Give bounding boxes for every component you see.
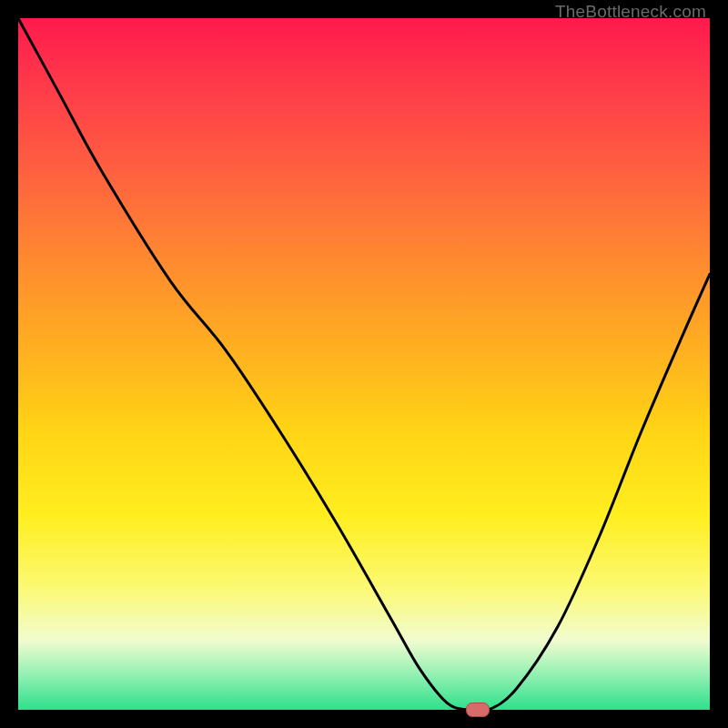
optimal-point-marker: [466, 703, 490, 717]
plot-area: [18, 18, 710, 710]
bottleneck-curve: [18, 18, 710, 710]
chart-frame: TheBottleneck.com: [0, 0, 728, 728]
